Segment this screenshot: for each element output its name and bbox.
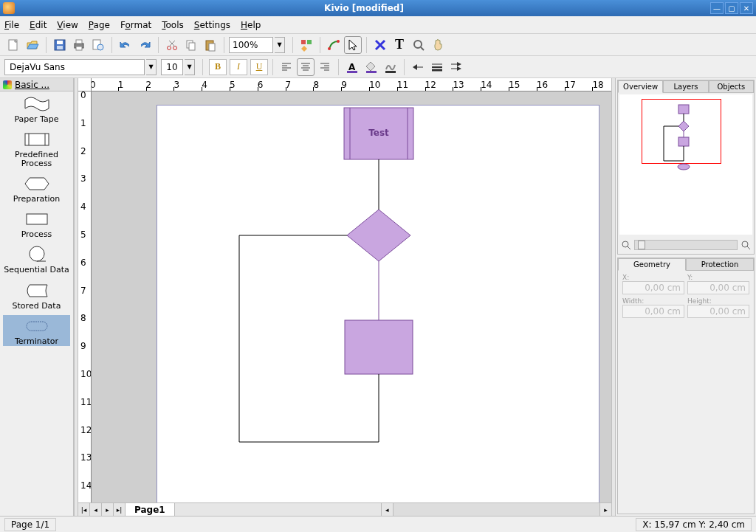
menu-format[interactable]: Format bbox=[120, 20, 151, 30]
paste-icon[interactable] bbox=[202, 36, 219, 54]
svg-marker-51 bbox=[457, 62, 461, 66]
copy-icon[interactable] bbox=[182, 36, 200, 54]
stencil-sequential-data[interactable]: Sequential Data bbox=[3, 243, 70, 274]
open-icon[interactable] bbox=[24, 36, 41, 54]
connector-icon[interactable] bbox=[325, 36, 343, 54]
svg-rect-6 bbox=[76, 40, 82, 44]
cut-icon[interactable] bbox=[163, 36, 181, 54]
stencils-icon[interactable] bbox=[298, 36, 315, 54]
scroll-right-icon[interactable]: ▸ bbox=[599, 503, 611, 516]
stencil-preparation[interactable]: Preparation bbox=[3, 173, 70, 204]
print-icon[interactable] bbox=[70, 36, 88, 54]
right-panel: Overview Layers Objects bbox=[616, 78, 756, 516]
text-icon[interactable]: T bbox=[391, 36, 408, 54]
undo-icon[interactable] bbox=[117, 36, 134, 54]
page-tab[interactable]: Page1 bbox=[126, 503, 175, 516]
overview-body[interactable] bbox=[619, 94, 752, 235]
align-left-icon[interactable] bbox=[278, 58, 295, 76]
svg-point-21 bbox=[328, 47, 331, 50]
overview-zoom bbox=[619, 238, 752, 252]
zoom-tool-icon[interactable] bbox=[410, 36, 427, 54]
svg-text:A: A bbox=[348, 62, 356, 72]
maximize-button[interactable]: ▢ bbox=[725, 2, 738, 14]
ruler-vertical: 012345678910111213141516 bbox=[78, 91, 92, 502]
zoom-input[interactable]: 100% bbox=[229, 37, 273, 53]
pan-icon[interactable] bbox=[429, 36, 447, 54]
menu-settings[interactable]: Settings bbox=[194, 20, 230, 30]
window-title: Kivio [modified] bbox=[19, 3, 709, 13]
close-button[interactable]: ✕ bbox=[740, 2, 753, 14]
svg-point-10 bbox=[168, 46, 171, 49]
hscrollbar[interactable] bbox=[393, 503, 599, 516]
canvas[interactable]: Test bbox=[92, 91, 611, 502]
underline-button[interactable]: U bbox=[250, 59, 268, 75]
geom-y-input[interactable]: 0,00 cm bbox=[687, 281, 749, 294]
line-color-icon[interactable] bbox=[382, 58, 399, 76]
menu-file[interactable]: File bbox=[4, 20, 19, 30]
new-icon[interactable] bbox=[4, 36, 22, 54]
svg-line-84 bbox=[628, 246, 630, 249]
tab-objects[interactable]: Objects bbox=[709, 80, 754, 93]
stencil-title: Basic ... bbox=[15, 80, 49, 90]
stencil-paper-tape[interactable]: Paper Tape bbox=[3, 93, 70, 124]
stencil-list: Paper Tape Predefined Process Preparatio… bbox=[0, 91, 73, 516]
svg-marker-42 bbox=[366, 62, 375, 71]
menu-edit[interactable]: Edit bbox=[30, 20, 47, 30]
font-select[interactable]: DejaVu Sans bbox=[4, 59, 145, 75]
stencil-process[interactable]: Process bbox=[3, 208, 70, 239]
diagram[interactable]: Test bbox=[92, 91, 608, 502]
stencil-predefined-process[interactable]: Predefined Process bbox=[3, 128, 70, 168]
redo-icon[interactable] bbox=[136, 36, 154, 54]
font-size-select[interactable]: 10 bbox=[161, 59, 183, 75]
save-icon[interactable] bbox=[51, 36, 69, 54]
svg-point-9 bbox=[97, 44, 103, 50]
svg-marker-23 bbox=[349, 40, 357, 50]
svg-marker-75 bbox=[678, 121, 689, 131]
print-preview-icon[interactable] bbox=[89, 36, 107, 54]
status-coord: X: 15,97 cm Y: 2,40 cm bbox=[636, 518, 752, 531]
line-style-icon[interactable] bbox=[428, 58, 446, 76]
italic-button[interactable]: I bbox=[230, 59, 247, 75]
stencil-terminator[interactable]: Terminator bbox=[3, 315, 70, 346]
stencil-stored-data[interactable]: Stored Data bbox=[3, 280, 70, 311]
text-color-icon[interactable]: A bbox=[343, 58, 361, 76]
svg-line-86 bbox=[747, 246, 750, 249]
menu-page[interactable]: Page bbox=[89, 20, 110, 30]
delete-icon[interactable] bbox=[371, 36, 389, 54]
zoom-out-icon[interactable] bbox=[619, 238, 633, 252]
tab-last-icon[interactable]: ▸| bbox=[114, 503, 126, 517]
align-right-icon[interactable] bbox=[316, 58, 334, 76]
font-size-dropdown[interactable]: ▼ bbox=[185, 59, 195, 75]
zoom-slider[interactable] bbox=[634, 240, 738, 250]
bold-button[interactable]: B bbox=[209, 59, 227, 75]
menu-help[interactable]: Help bbox=[241, 20, 261, 30]
tab-overview[interactable]: Overview bbox=[618, 80, 663, 93]
geom-x-input[interactable]: 0,00 cm bbox=[622, 281, 684, 294]
titlebar: Kivio [modified] — ▢ ✕ bbox=[0, 0, 756, 16]
arrow-end-icon[interactable] bbox=[447, 58, 465, 76]
tab-prev-icon[interactable]: ◂ bbox=[90, 503, 102, 517]
font-dropdown[interactable]: ▼ bbox=[146, 59, 157, 75]
tab-layers[interactable]: Layers bbox=[663, 80, 708, 93]
menu-view[interactable]: View bbox=[57, 20, 78, 30]
zoom-dropdown[interactable]: ▼ bbox=[275, 37, 285, 53]
fill-color-icon[interactable] bbox=[362, 58, 380, 76]
svg-rect-19 bbox=[307, 40, 312, 44]
svg-rect-18 bbox=[301, 40, 306, 44]
svg-rect-43 bbox=[366, 71, 377, 73]
menu-tools[interactable]: Tools bbox=[162, 20, 184, 30]
tab-geometry[interactable]: Geometry bbox=[618, 258, 686, 271]
minimize-button[interactable]: — bbox=[710, 2, 724, 14]
scroll-left-icon[interactable]: ◂ bbox=[381, 503, 393, 516]
tab-protection[interactable]: Protection bbox=[686, 258, 754, 271]
pointer-icon[interactable] bbox=[344, 36, 362, 54]
tab-next-icon[interactable]: ▸ bbox=[102, 503, 114, 517]
stencil-header[interactable]: Basic ... bbox=[0, 78, 73, 91]
tab-first-icon[interactable]: |◂ bbox=[78, 503, 90, 517]
geom-h-input[interactable]: 0,00 cm bbox=[687, 305, 749, 318]
align-center-icon[interactable] bbox=[297, 58, 315, 76]
geom-w-input[interactable]: 0,00 cm bbox=[622, 305, 684, 318]
arrow-start-icon[interactable] bbox=[409, 58, 427, 76]
svg-point-22 bbox=[337, 40, 340, 43]
zoom-in-icon[interactable] bbox=[739, 238, 752, 252]
